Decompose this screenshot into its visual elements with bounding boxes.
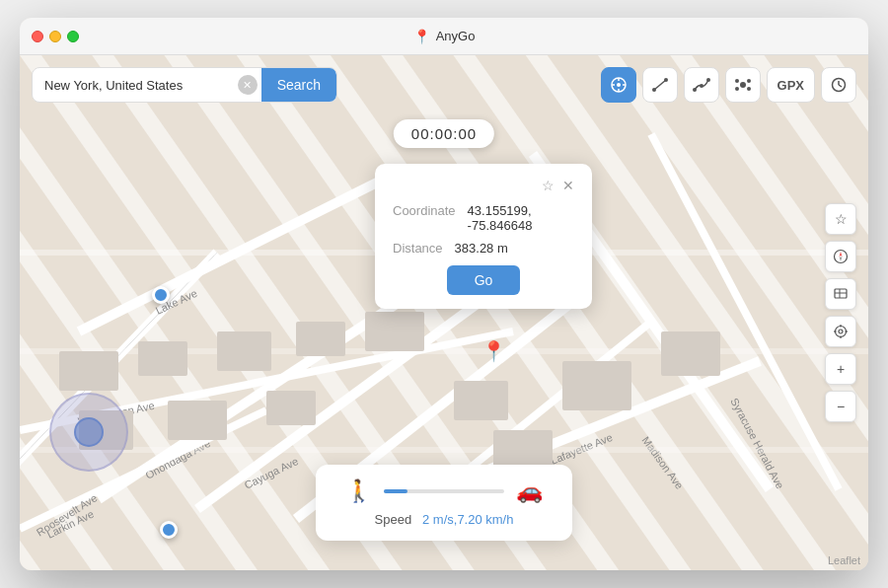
- search-clear-button[interactable]: ✕: [238, 75, 258, 95]
- multipoint-icon: [693, 76, 710, 94]
- location-dot: [152, 286, 170, 304]
- distance-row: Distance 383.28 m: [393, 241, 574, 256]
- title-bar: 📍 AnyGo: [20, 18, 868, 55]
- map-area[interactable]: Lake Ave Onondaga Ave Cayuga Ave Oswego …: [20, 55, 868, 570]
- leaflet-watermark: Leaflet: [828, 554, 860, 566]
- compass-icon: [833, 249, 849, 264]
- svg-point-65: [836, 327, 847, 337]
- map-tool-button[interactable]: [825, 278, 856, 310]
- search-button[interactable]: Search: [261, 67, 336, 103]
- joystick-inner: [74, 417, 104, 447]
- map-marker: 📍: [481, 339, 506, 363]
- multipoint-button[interactable]: [684, 67, 719, 103]
- svg-rect-36: [266, 391, 316, 425]
- route-icon: [651, 76, 669, 94]
- svg-rect-39: [454, 381, 508, 420]
- svg-point-51: [700, 84, 703, 88]
- history-icon: [831, 77, 847, 93]
- svg-rect-37: [562, 361, 631, 410]
- svg-point-52: [706, 78, 710, 82]
- route-button[interactable]: [642, 67, 678, 103]
- app-title: AnyGo: [436, 29, 476, 43]
- speed-value: 2 m/s,7.20 km/h: [422, 512, 513, 527]
- compass-tool-button[interactable]: [825, 241, 856, 272]
- popup-header: ☆ ✕: [393, 178, 574, 193]
- speed-label: Speed: [375, 512, 412, 527]
- timer-badge: 00:00:00: [394, 119, 494, 148]
- distance-value: 383.28 m: [455, 241, 508, 256]
- traffic-lights: [32, 31, 79, 42]
- popup-favorite-button[interactable]: ☆: [542, 178, 555, 193]
- search-container: ✕ Search: [32, 67, 337, 103]
- coordinate-label: Coordinate: [393, 203, 456, 233]
- joystick-outer: [49, 393, 128, 472]
- coordinate-row: Coordinate 43.155199, -75.846648: [393, 203, 574, 233]
- speed-slider[interactable]: [384, 489, 504, 493]
- svg-rect-29: [59, 351, 118, 391]
- coordinate-value: 43.155199, -75.846648: [468, 203, 574, 233]
- location-info-popup: ☆ ✕ Coordinate 43.155199, -75.846648 Dis…: [375, 164, 592, 309]
- target-tool-button[interactable]: [825, 316, 856, 347]
- speed-fill: [384, 489, 407, 493]
- svg-point-47: [617, 83, 621, 87]
- svg-point-57: [747, 87, 751, 91]
- crosshair-button[interactable]: [601, 67, 636, 103]
- svg-rect-40: [493, 430, 553, 470]
- compass-north: [840, 252, 843, 257]
- zoom-out-button[interactable]: −: [825, 391, 856, 422]
- zoom-in-button[interactable]: +: [825, 353, 856, 385]
- svg-rect-35: [168, 401, 227, 440]
- search-input[interactable]: [33, 78, 238, 93]
- gpx-button[interactable]: GPX: [767, 67, 815, 103]
- svg-point-54: [735, 79, 739, 83]
- svg-point-56: [735, 87, 739, 91]
- jump-button[interactable]: [725, 67, 761, 103]
- svg-point-66: [839, 330, 843, 333]
- title-bar-content: 📍 AnyGo: [413, 29, 476, 44]
- svg-rect-31: [217, 331, 271, 371]
- joystick-location-dot: [160, 521, 178, 539]
- popup-close-button[interactable]: ✕: [562, 178, 574, 193]
- maximize-button[interactable]: [67, 31, 79, 42]
- app-window: 📍 AnyGo Lake Ave: [20, 18, 868, 570]
- app-icon: 📍: [413, 29, 430, 44]
- map-layers-icon: [833, 286, 849, 302]
- walk-icon: 🚶: [345, 478, 372, 504]
- go-button[interactable]: Go: [447, 265, 521, 295]
- toolbar: ✕ Search: [32, 67, 856, 103]
- svg-rect-32: [296, 322, 345, 356]
- distance-label: Distance: [393, 241, 443, 256]
- close-button[interactable]: [32, 31, 43, 42]
- speed-text: Speed 2 m/s,7.20 km/h: [345, 512, 543, 527]
- crosshair-icon: [610, 76, 628, 94]
- history-button[interactable]: [821, 67, 856, 103]
- target-icon: [833, 324, 849, 339]
- svg-point-53: [740, 82, 746, 88]
- toolbar-right: GPX: [601, 67, 856, 103]
- joystick[interactable]: [49, 393, 128, 472]
- speed-icons: 🚶 🚗: [345, 478, 543, 504]
- svg-point-49: [664, 78, 668, 82]
- svg-point-48: [652, 88, 656, 92]
- car-icon: 🚗: [516, 478, 543, 504]
- svg-rect-30: [138, 341, 187, 376]
- favorite-tool-button[interactable]: ☆: [825, 203, 856, 235]
- svg-point-50: [693, 88, 697, 92]
- speed-panel: 🚶 🚗 Speed 2 m/s,7.20 km/h: [316, 465, 572, 541]
- svg-rect-38: [661, 331, 720, 376]
- svg-line-60: [839, 85, 842, 87]
- svg-rect-33: [365, 312, 424, 351]
- right-tools: ☆: [825, 203, 856, 422]
- jump-icon: [734, 76, 752, 94]
- svg-point-55: [747, 79, 751, 83]
- minimize-button[interactable]: [49, 31, 61, 42]
- compass-south: [840, 257, 843, 261]
